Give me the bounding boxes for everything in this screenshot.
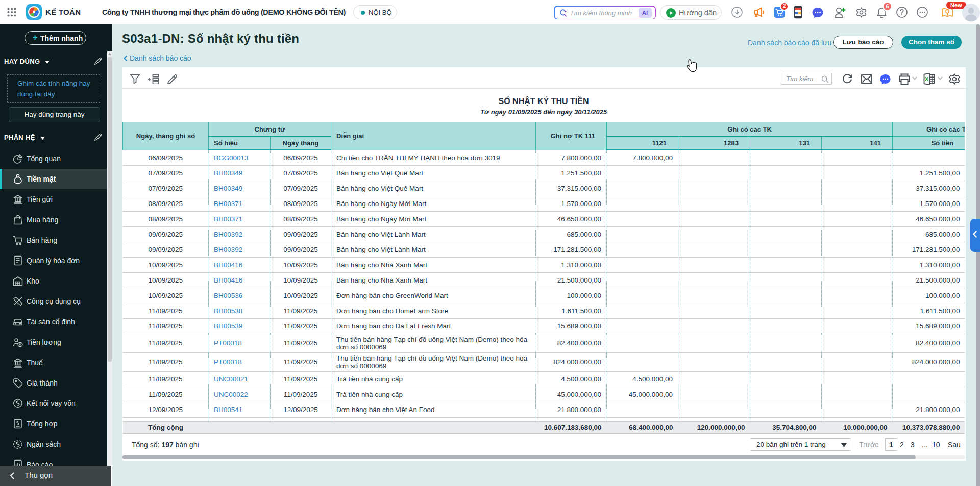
svg-text:X: X	[925, 76, 929, 82]
